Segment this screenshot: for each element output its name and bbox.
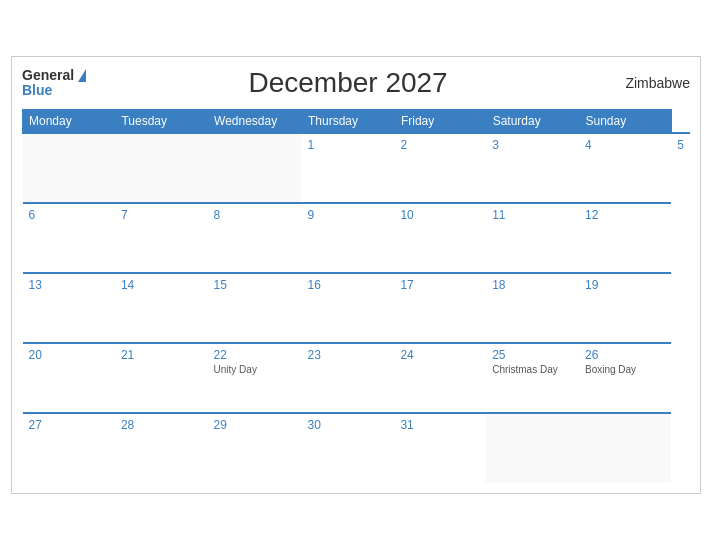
logo: General Blue <box>22 68 86 99</box>
calendar-week-row: 202122Unity Day232425Christmas Day26Boxi… <box>23 343 691 413</box>
table-row: 27 <box>23 413 115 483</box>
table-row: 12 <box>579 203 671 273</box>
day-number: 27 <box>29 418 109 432</box>
header-wednesday: Wednesday <box>208 110 302 134</box>
table-row: 7 <box>115 203 208 273</box>
table-row: 16 <box>301 273 394 343</box>
holiday-label: Christmas Day <box>492 364 573 375</box>
day-number: 25 <box>492 348 573 362</box>
table-row: 21 <box>115 343 208 413</box>
table-row: 25Christmas Day <box>486 343 579 413</box>
day-number: 11 <box>492 208 573 222</box>
table-row: 15 <box>208 273 302 343</box>
calendar-header: General Blue December 2027 Zimbabwe <box>22 67 690 99</box>
day-number: 22 <box>214 348 296 362</box>
table-row: 4 <box>579 133 671 203</box>
table-row: 8 <box>208 203 302 273</box>
weekday-header-row: Monday Tuesday Wednesday Thursday Friday… <box>23 110 691 134</box>
header-friday: Friday <box>394 110 486 134</box>
day-number: 31 <box>400 418 480 432</box>
table-row <box>115 133 208 203</box>
table-row: 13 <box>23 273 115 343</box>
header-tuesday: Tuesday <box>115 110 208 134</box>
day-number: 9 <box>307 208 388 222</box>
logo-blue-text: Blue <box>22 83 86 98</box>
day-number: 1 <box>307 138 388 152</box>
day-number: 14 <box>121 278 202 292</box>
day-number: 24 <box>400 348 480 362</box>
header-saturday: Saturday <box>486 110 579 134</box>
table-row: 31 <box>394 413 486 483</box>
table-row: 5 <box>671 133 690 203</box>
table-row <box>23 133 115 203</box>
table-row: 3 <box>486 133 579 203</box>
day-number: 15 <box>214 278 296 292</box>
day-number: 21 <box>121 348 202 362</box>
day-number: 16 <box>307 278 388 292</box>
day-number: 17 <box>400 278 480 292</box>
day-number: 7 <box>121 208 202 222</box>
table-row: 28 <box>115 413 208 483</box>
calendar-week-row: 12345 <box>23 133 691 203</box>
header-thursday: Thursday <box>301 110 394 134</box>
table-row <box>579 413 671 483</box>
table-row: 26Boxing Day <box>579 343 671 413</box>
day-number: 30 <box>307 418 388 432</box>
table-row: 14 <box>115 273 208 343</box>
calendar-country: Zimbabwe <box>610 75 690 91</box>
table-row: 10 <box>394 203 486 273</box>
table-row: 17 <box>394 273 486 343</box>
day-number: 8 <box>214 208 296 222</box>
day-number: 13 <box>29 278 109 292</box>
day-number: 29 <box>214 418 296 432</box>
table-row: 9 <box>301 203 394 273</box>
table-row: 22Unity Day <box>208 343 302 413</box>
day-number: 20 <box>29 348 109 362</box>
day-number: 12 <box>585 208 665 222</box>
table-row: 18 <box>486 273 579 343</box>
day-number: 3 <box>492 138 573 152</box>
holiday-label: Unity Day <box>214 364 296 375</box>
calendar-week-row: 6789101112 <box>23 203 691 273</box>
day-number: 6 <box>29 208 109 222</box>
table-row: 20 <box>23 343 115 413</box>
day-number: 18 <box>492 278 573 292</box>
logo-triangle-icon <box>78 69 86 82</box>
calendar-week-row: 2728293031 <box>23 413 691 483</box>
table-row: 30 <box>301 413 394 483</box>
calendar-title: December 2027 <box>86 67 610 99</box>
table-row: 11 <box>486 203 579 273</box>
calendar-week-row: 13141516171819 <box>23 273 691 343</box>
day-number: 19 <box>585 278 665 292</box>
day-number: 26 <box>585 348 665 362</box>
header-monday: Monday <box>23 110 115 134</box>
calendar: General Blue December 2027 Zimbabwe Mond… <box>11 56 701 494</box>
table-row: 19 <box>579 273 671 343</box>
header-sunday: Sunday <box>579 110 671 134</box>
day-number: 28 <box>121 418 202 432</box>
day-number: 2 <box>400 138 480 152</box>
table-row: 1 <box>301 133 394 203</box>
table-row: 2 <box>394 133 486 203</box>
day-number: 4 <box>585 138 665 152</box>
table-row <box>208 133 302 203</box>
table-row: 24 <box>394 343 486 413</box>
day-number: 5 <box>677 138 684 152</box>
holiday-label: Boxing Day <box>585 364 665 375</box>
day-number: 23 <box>307 348 388 362</box>
table-row: 6 <box>23 203 115 273</box>
table-row <box>486 413 579 483</box>
table-row: 23 <box>301 343 394 413</box>
table-row: 29 <box>208 413 302 483</box>
day-number: 10 <box>400 208 480 222</box>
logo-general-text: General <box>22 68 74 83</box>
calendar-grid: Monday Tuesday Wednesday Thursday Friday… <box>22 109 690 483</box>
